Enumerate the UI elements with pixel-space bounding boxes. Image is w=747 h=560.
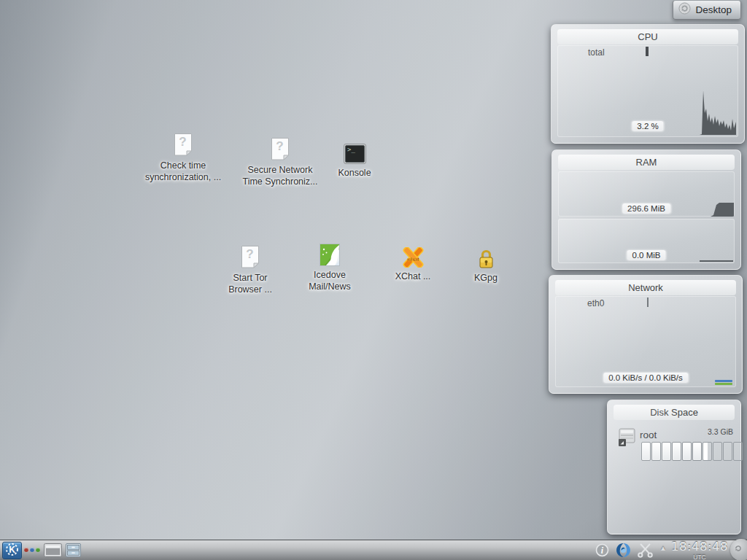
cpu-widget-title: CPU (557, 29, 738, 44)
disk-mount-label: root (640, 429, 657, 440)
disk-bar-segment (733, 442, 743, 461)
scissors-icon (637, 543, 654, 560)
upload-legend-line (715, 383, 732, 385)
disk-bar-segment (723, 442, 732, 461)
desktop-toolbox-label: Desktop (695, 4, 732, 15)
disk-bar-segment (641, 442, 651, 461)
network-widget-title: Network (555, 280, 736, 295)
svg-text:?: ? (179, 135, 186, 149)
green-dot-icon (36, 548, 40, 552)
disk-bar-segment (651, 442, 661, 461)
cpu-history-graph (700, 88, 736, 135)
cpu-meter-bar (646, 47, 649, 56)
desktop-icon-check-time[interactable]: ? Check time synchronization, ... (135, 133, 231, 184)
hard-disk-icon (618, 427, 636, 449)
cashew-icon (732, 542, 744, 557)
svg-text:K: K (9, 545, 15, 555)
taskbar: K i (0, 540, 747, 560)
download-legend-line (715, 380, 732, 382)
xchat-x-icon: chat (402, 247, 425, 268)
ram-widget-title: RAM (558, 155, 735, 170)
unknown-document-icon: ? (241, 245, 260, 269)
svg-text:>_: >_ (347, 146, 355, 153)
cpu-row-label: total (588, 47, 605, 58)
padlock-icon (478, 248, 495, 269)
blue-dot-icon (30, 548, 34, 552)
desktop-icon-label: Start Tor Browser ... (228, 272, 272, 296)
icedove-bird-icon (320, 244, 340, 266)
cashew-icon (678, 2, 691, 18)
desktop-icon-icedove[interactable]: Icedove Mail/News (282, 244, 378, 293)
disk-bar-segment (672, 442, 681, 461)
unknown-document-icon: ? (174, 133, 193, 157)
network-plot-area: eth0 0.0 KiB/s / 0.0 KiB/s (555, 296, 736, 387)
red-dot-icon (24, 548, 28, 552)
swap-history-graph (700, 260, 733, 262)
blue-swirl-icon (616, 542, 631, 560)
desktop-icon-konsole[interactable]: >_ Konsole (306, 144, 403, 179)
file-cabinet-button[interactable] (66, 543, 81, 560)
kde-menu-icon: K (5, 542, 19, 559)
disk-bar-segment (662, 442, 671, 461)
network-monitor-widget[interactable]: Network eth0 0.0 KiB/s / 0.0 KiB/s (549, 275, 743, 394)
unknown-document-icon: ? (271, 137, 290, 161)
ram-history-graph (711, 201, 734, 217)
file-cabinet-icon (66, 543, 81, 560)
info-icon: i (595, 543, 609, 560)
notifications-tray-button[interactable]: i (595, 543, 609, 560)
ram-used-plot: 296.6 MiB (558, 171, 735, 217)
network-meter-bar (647, 298, 649, 307)
disk-bar-segment (692, 442, 702, 461)
cpu-monitor-widget[interactable]: CPU total 3.2 % (551, 24, 745, 144)
tray-expand-button[interactable]: ▲ (659, 544, 667, 552)
ram-swap-plot: 0.0 MiB (558, 219, 735, 263)
desktop-icon-label: Check time synchronization, ... (145, 160, 221, 184)
desktop-icon-label: KGpg (474, 272, 498, 284)
desktop: Desktop ? Check time synchronization, ..… (0, 0, 747, 560)
disk-bar-segment (703, 442, 712, 461)
show-desktop-icon (44, 543, 62, 560)
cpu-value-label: 3.2 % (632, 121, 663, 131)
ram-used-label: 296.6 MiB (622, 203, 670, 214)
network-legend (715, 380, 732, 385)
clipboard-tray-button[interactable] (637, 543, 654, 560)
activities-button[interactable] (23, 547, 41, 553)
network-value-label: 0.0 KiB/s / 0.0 KiB/s (603, 373, 688, 383)
disk-usage-bar (641, 442, 743, 461)
ram-monitor-widget[interactable]: RAM 296.6 MiB 0.0 MiB (551, 149, 741, 270)
ram-swap-label: 0.0 MiB (627, 250, 666, 260)
disk-size-label: 3.3 GiB (708, 427, 733, 436)
desktop-icon-label: Konsole (338, 167, 371, 179)
clock-timezone: UTC (693, 554, 705, 560)
disk-bar-segment (682, 442, 692, 461)
disk-space-widget[interactable]: Disk Space root 3.3 GiB (607, 400, 741, 534)
desktop-toolbox-button[interactable]: Desktop (673, 0, 741, 20)
svg-text:chat: chat (407, 256, 419, 262)
terminal-icon: >_ (344, 144, 366, 164)
desktop-icon-kgpg[interactable]: KGpg (438, 248, 534, 284)
kde-menu-button[interactable]: K (2, 542, 22, 559)
digital-clock[interactable]: 18:48:48 UTC (674, 541, 725, 560)
show-desktop-button[interactable] (44, 543, 62, 560)
disk-widget-title: Disk Space (614, 405, 735, 420)
timesync-tray-button[interactable] (616, 542, 631, 560)
svg-text:?: ? (276, 139, 283, 153)
panel-toolbox-button[interactable] (730, 539, 747, 560)
desktop-icon-label: XChat ... (395, 271, 431, 282)
disk-bar-segment (713, 442, 722, 461)
desktop-icon-label: Icedove Mail/News (309, 269, 351, 293)
cpu-plot-area: total 3.2 % (557, 45, 738, 137)
up-arrow-icon: ▲ (659, 544, 667, 552)
svg-text:?: ? (246, 247, 253, 261)
clock-time: 18:48:48 (671, 541, 728, 553)
network-row-label: eth0 (587, 298, 604, 308)
